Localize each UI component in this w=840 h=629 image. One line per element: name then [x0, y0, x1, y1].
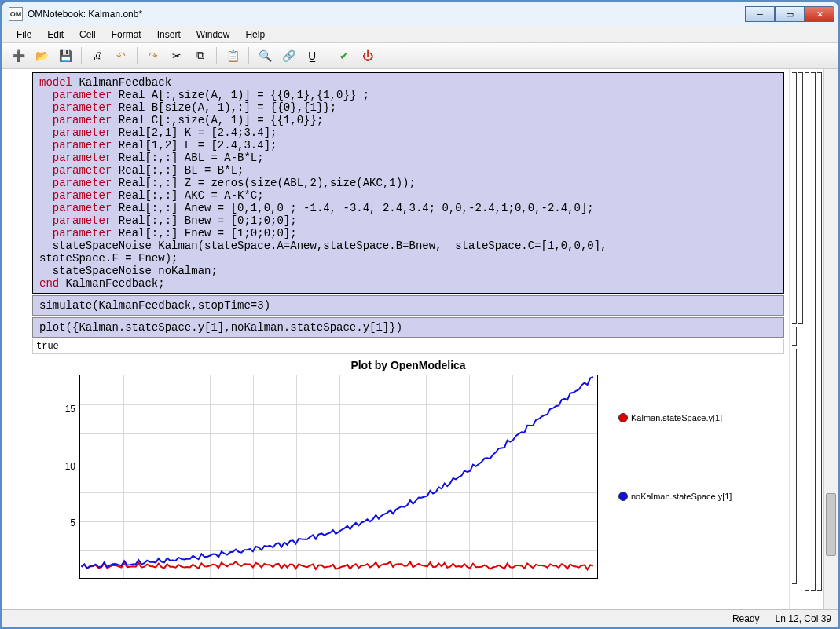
plot-title: Plot by OpenModelica	[32, 356, 784, 375]
undo-icon[interactable]: ↶	[112, 46, 130, 65]
output-cell: true	[32, 339, 784, 354]
statusbar: Ready Ln 12, Col 39	[2, 609, 838, 627]
paste-icon[interactable]: 📋	[223, 46, 242, 65]
save-icon[interactable]: 💾	[56, 46, 75, 65]
code-cell-simulate[interactable]: simulate(KalmanFeedback,stopTime=3)	[32, 295, 784, 316]
window-frame: OM OMNotebook: Kalman.onb* ─ ▭ ✕ File Ed…	[2, 2, 838, 627]
chart-canvas: 51015	[79, 375, 598, 579]
maximize-button[interactable]: ▭	[775, 6, 805, 22]
underline-icon[interactable]: U̲	[303, 46, 321, 65]
menu-cell[interactable]: Cell	[72, 27, 104, 42]
link-icon[interactable]: 🔗	[279, 46, 298, 65]
redo-icon[interactable]: ↷	[144, 46, 163, 65]
legend-label: noKalman.stateSpace.y[1]	[631, 492, 732, 501]
menu-edit[interactable]: Edit	[39, 27, 72, 42]
vertical-scrollbar[interactable]	[823, 69, 838, 609]
stop-icon[interactable]: ⏻	[358, 46, 377, 65]
cell-brackets[interactable]	[789, 69, 823, 609]
menu-insert[interactable]: Insert	[149, 27, 189, 42]
legend-dot-icon	[618, 492, 628, 501]
status-position: Ln 12, Col 39	[776, 613, 831, 624]
status-ready: Ready	[732, 613, 760, 624]
menubar: File Edit Cell Format Insert Window Help	[2, 26, 838, 43]
print-icon[interactable]: 🖨	[88, 46, 107, 65]
plot-output: Plot by OpenModelica 51015 Kalman.stateS…	[32, 356, 784, 579]
code-cell-model[interactable]: model KalmanFeedback parameter Real A[:,…	[32, 72, 784, 294]
app-icon: OM	[9, 7, 23, 21]
copy-icon[interactable]: ⧉	[191, 46, 210, 65]
code-cell-plot[interactable]: plot({Kalman.stateSpace.y[1],noKalman.st…	[32, 317, 784, 338]
notebook-content: model KalmanFeedback parameter Real A[:,…	[2, 69, 789, 609]
window-title: OMNotebook: Kalman.onb*	[28, 9, 745, 20]
menu-file[interactable]: File	[9, 27, 39, 42]
legend-dot-icon	[618, 413, 628, 422]
titlebar[interactable]: OM OMNotebook: Kalman.onb* ─ ▭ ✕	[2, 2, 838, 26]
legend-label: Kalman.stateSpace.y[1]	[631, 413, 722, 422]
minimize-button[interactable]: ─	[745, 6, 775, 22]
new-icon[interactable]: ➕	[9, 46, 28, 65]
menu-help[interactable]: Help	[237, 27, 273, 42]
cut-icon[interactable]: ✂	[167, 46, 186, 65]
find-icon[interactable]: 🔍	[255, 46, 274, 65]
eval-icon[interactable]: ✔	[335, 46, 354, 65]
open-icon[interactable]: 📂	[32, 46, 51, 65]
legend: Kalman.stateSpace.y[1] noKalman.stateSpa…	[618, 375, 732, 579]
menu-format[interactable]: Format	[104, 27, 149, 42]
legend-item-nokalman: noKalman.stateSpace.y[1]	[618, 492, 732, 501]
menu-window[interactable]: Window	[189, 27, 238, 42]
legend-item-kalman: Kalman.stateSpace.y[1]	[618, 413, 732, 422]
toolbar: ➕📂💾🖨↶↷✂⧉📋🔍🔗U̲✔⏻	[2, 43, 838, 68]
close-button[interactable]: ✕	[805, 6, 834, 22]
